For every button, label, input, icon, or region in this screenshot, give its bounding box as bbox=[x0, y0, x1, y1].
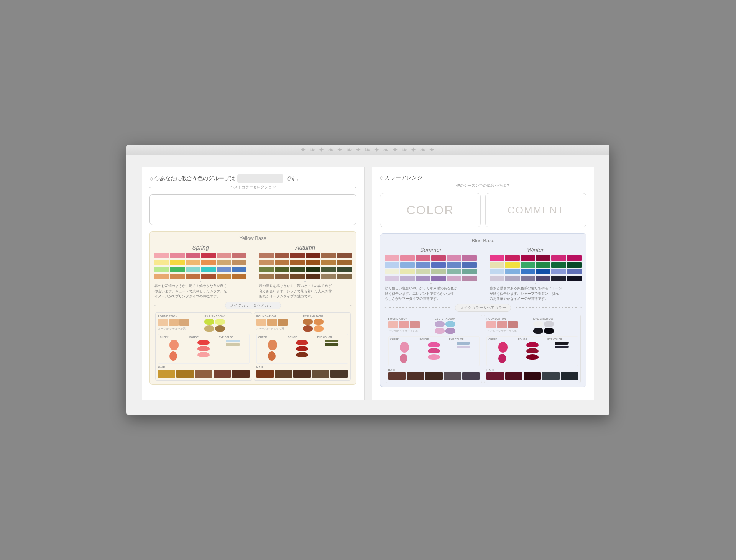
color-swatch bbox=[217, 267, 231, 272]
divider-dot-winter bbox=[535, 283, 536, 284]
winter-hair-label: HAIR bbox=[486, 368, 578, 371]
cheek-oval bbox=[268, 340, 277, 350]
color-swatch bbox=[551, 269, 566, 274]
color-swatch bbox=[447, 262, 461, 268]
lip-shape bbox=[526, 342, 539, 347]
summer-makeup-block: FOUNDATION ピンク/ピンクオークル系 EYE SHADOW bbox=[386, 315, 483, 383]
foundation-swatch bbox=[388, 321, 398, 328]
summer-hair-swatches bbox=[388, 372, 480, 380]
dot-right: • bbox=[350, 304, 352, 307]
blue-season-grid: Summer 淡く優しい色合いや、少しくすみ感のある色が 良く似合います。エレガ… bbox=[385, 246, 582, 302]
autumn-eyeshadow-col: EYE SHADOW bbox=[303, 315, 348, 332]
blue-base-title: Blue Base bbox=[385, 238, 582, 243]
winter-foundation-sublabel: ピンク/ピンクオークル系 bbox=[486, 329, 531, 333]
winter-r3 bbox=[490, 269, 582, 274]
spring-hair-swatches bbox=[158, 370, 250, 378]
color-swatch bbox=[385, 276, 399, 281]
eye-liner bbox=[457, 342, 470, 345]
r-subtitle-dot-l: • bbox=[380, 184, 381, 187]
color-swatch bbox=[385, 269, 399, 274]
spring-eyeshadow-label: EYE SHADOW bbox=[204, 315, 249, 318]
hair-swatch bbox=[256, 370, 274, 378]
color-swatch bbox=[505, 262, 519, 268]
spring-cheek-ovals bbox=[169, 340, 179, 362]
summer-foundation-col: FOUNDATION ピンク/ピンクオークル系 bbox=[388, 317, 433, 334]
autumn-name: Autumn bbox=[259, 244, 351, 251]
color-swatch bbox=[306, 274, 320, 279]
autumn-hair-swatches bbox=[256, 370, 348, 378]
spring-makeup-block: FOUNDATION オークル/ナチュラル系 EYE SHADOW bbox=[155, 312, 252, 381]
eyeshadow-swatch bbox=[303, 325, 313, 332]
winter-foundation-label: FOUNDATION bbox=[486, 317, 531, 320]
color-swatch bbox=[290, 260, 305, 265]
spring-cheek-col: CHEEK bbox=[160, 336, 189, 362]
lip-shape bbox=[197, 346, 210, 351]
color-swatch bbox=[462, 255, 476, 261]
color-swatch bbox=[521, 262, 535, 268]
r-subtitle-dot-r: • bbox=[585, 184, 586, 187]
winter-makeup-block: FOUNDATION ピンク/ピンクオークル系 EYE SHADOW bbox=[484, 315, 581, 383]
color-swatch bbox=[447, 255, 461, 261]
color-swatch bbox=[567, 276, 582, 281]
summer-rouge-label: ROUGE bbox=[419, 338, 429, 341]
makeup-title-left: メイクカラー＆ヘアカラー bbox=[225, 302, 281, 309]
winter-eyeshadow-area bbox=[533, 321, 556, 334]
makeup-title-bar-right: • メイクカラー＆ヘアカラー • bbox=[385, 304, 582, 312]
color-swatch bbox=[490, 269, 504, 274]
color-swatch bbox=[186, 267, 200, 272]
eye-liner bbox=[555, 342, 569, 345]
color-swatch bbox=[232, 260, 246, 265]
eyeshadow-swatch bbox=[215, 325, 225, 332]
foundation-swatch bbox=[158, 319, 168, 326]
summer-column: Summer 淡く優しい色合いや、少しくすみ感のある色が 良く似合います。エレガ… bbox=[385, 246, 477, 302]
eye-liner bbox=[325, 340, 338, 342]
winter-rouge-col: ROUGE bbox=[518, 338, 547, 364]
color-swatch bbox=[567, 262, 582, 268]
hair-swatch bbox=[158, 370, 175, 378]
divider-dot-summer bbox=[430, 283, 432, 284]
cheek-oval bbox=[169, 340, 179, 350]
color-box: COLOR bbox=[380, 193, 481, 227]
summer-eye-liners bbox=[457, 342, 470, 350]
hair-swatch bbox=[444, 372, 461, 380]
comment-box: COMMENT bbox=[485, 193, 586, 227]
color-swatch bbox=[567, 255, 582, 261]
eye-liner bbox=[226, 343, 240, 346]
dot-line-left bbox=[154, 187, 227, 187]
color-swatch bbox=[462, 262, 476, 268]
color-swatch bbox=[259, 267, 274, 272]
lip-shape bbox=[296, 352, 308, 357]
makeup-full-grid-right: FOUNDATION ピンク/ピンクオークル系 EYE SHADOW bbox=[385, 315, 582, 383]
hair-swatch bbox=[524, 372, 541, 380]
color-swatch bbox=[521, 255, 535, 261]
foundation-swatch bbox=[267, 319, 277, 326]
winter-name: Winter bbox=[490, 246, 582, 253]
diamond-icon: ◇ bbox=[150, 176, 153, 181]
color-swatch bbox=[536, 269, 550, 274]
eyeshadow-swatch bbox=[204, 325, 214, 332]
eyeshadow-swatch bbox=[303, 319, 313, 325]
page-left: ◇ ◇あなたに似合う色のグループは です。 • ベストカラーセレクション • Y… bbox=[142, 167, 365, 400]
summer-eyeshadow-area bbox=[435, 321, 458, 334]
column-divider bbox=[253, 244, 253, 299]
color-swatch bbox=[170, 260, 184, 265]
autumn-hair-section: HAIR bbox=[256, 366, 348, 378]
winter-column: Winter 強さと濃さのある原色系の色たちやモノトーン が良く似合います。シャ… bbox=[490, 246, 582, 302]
eye-liner bbox=[325, 343, 338, 346]
color-swatch bbox=[275, 260, 289, 265]
color-swatch bbox=[201, 274, 215, 279]
color-swatch bbox=[154, 260, 169, 265]
lip-shape bbox=[526, 348, 539, 353]
color-swatch bbox=[186, 260, 200, 265]
page-header-left: ◇ ◇あなたに似合う色のグループは です。 • ベストカラーセレクション • bbox=[150, 174, 356, 190]
color-swatch bbox=[505, 276, 519, 281]
yellow-base-title: Yellow Base bbox=[154, 235, 352, 241]
header-blank bbox=[237, 174, 283, 183]
color-swatch bbox=[154, 253, 169, 258]
spring-swatches-row4 bbox=[154, 274, 246, 279]
lip-shape bbox=[197, 352, 210, 357]
foundation-swatch bbox=[497, 321, 507, 328]
summer-name: Summer bbox=[385, 246, 477, 253]
color-swatch bbox=[321, 260, 336, 265]
color-swatch bbox=[170, 267, 184, 272]
